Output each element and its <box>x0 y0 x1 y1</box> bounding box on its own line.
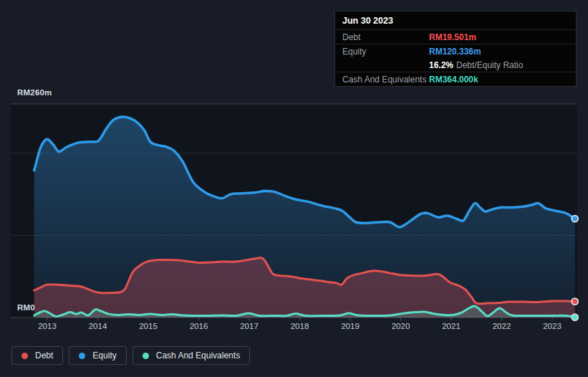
chart-legend: DebtEquityCash And Equivalents <box>11 346 250 365</box>
legend-label-cash-and-equivalents: Cash And Equivalents <box>156 350 240 361</box>
tooltip-value-cash-and-equivalents: RM364.000k <box>429 75 478 85</box>
debt-endpoint-marker <box>572 298 578 305</box>
legend-item-debt[interactable]: Debt <box>11 346 63 365</box>
legend-item-equity[interactable]: Equity <box>69 346 126 365</box>
tooltip-row-cash-and-equivalents: Cash And EquivalentsRM364.000k <box>335 72 576 86</box>
tooltip-row-debt-equity-ratio: 16.2%Debt/Equity Ratio <box>335 58 576 72</box>
x-axis-label-2015: 2015 <box>139 322 158 330</box>
y-axis-zero-label: RM0 <box>17 303 35 312</box>
tooltip-value-equity: RM120.336m <box>429 47 481 57</box>
x-axis-label-2013: 2013 <box>38 322 57 330</box>
cash-and-equivalents-legend-dot <box>143 353 149 359</box>
x-axis-label-2021: 2021 <box>442 322 461 330</box>
legend-label-debt: Debt <box>35 350 53 361</box>
legend-item-cash-and-equivalents[interactable]: Cash And Equivalents <box>132 346 250 365</box>
x-axis-label-2018: 2018 <box>291 322 309 330</box>
tooltip-label-debt: Debt <box>342 32 429 42</box>
y-axis-top-label: RM260m <box>17 88 52 97</box>
debt-equity-history-panel: RM260m RM0 20132014201520162017201820192… <box>0 0 588 377</box>
x-axis-label-2017: 2017 <box>240 322 259 330</box>
x-axis-label-2023: 2023 <box>543 322 562 330</box>
tooltip-date: Jun 30 2023 <box>335 11 576 29</box>
tooltip-row-debt: DebtRM19.501m <box>335 29 576 44</box>
legend-label-equity: Equity <box>92 350 116 361</box>
tooltip-ratio-label: Debt/Equity Ratio <box>456 60 523 70</box>
debt-legend-dot <box>21 353 28 359</box>
chart-tooltip: Jun 30 2023 DebtRM19.501mEquityRM120.336… <box>334 11 577 87</box>
x-axis-label-2020: 2020 <box>392 322 410 330</box>
x-axis-label-2019: 2019 <box>341 322 360 330</box>
tooltip-row-equity: EquityRM120.336m <box>335 44 576 58</box>
tooltip-label-equity: Equity <box>342 47 429 57</box>
cash-endpoint-marker <box>572 314 578 320</box>
equity-endpoint-marker <box>572 216 578 222</box>
tooltip-value-debt: RM19.501m <box>429 32 476 42</box>
tooltip-label-cash-and-equivalents: Cash And Equivalents <box>342 75 429 85</box>
equity-legend-dot <box>79 353 85 359</box>
tooltip-ratio-percent: 16.2% <box>429 60 453 70</box>
x-axis-label-2014: 2014 <box>89 322 107 330</box>
x-axis-label-2022: 2022 <box>493 322 511 330</box>
axis-ticks <box>47 318 552 321</box>
x-axis-label-2016: 2016 <box>190 322 208 330</box>
